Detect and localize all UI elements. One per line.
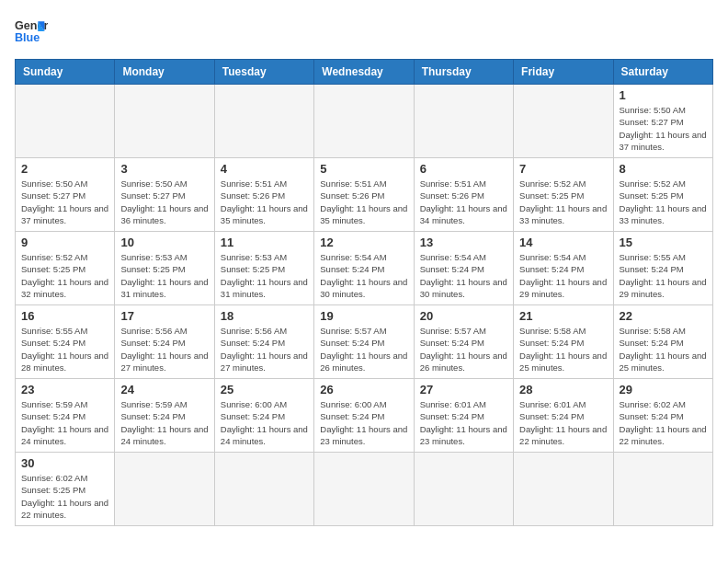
day-info: Sunrise: 5:51 AM Sunset: 5:26 PM Dayligh… (221, 178, 308, 226)
calendar-cell: 29Sunrise: 6:02 AM Sunset: 5:24 PM Dayli… (613, 379, 712, 453)
day-info: Sunrise: 5:56 AM Sunset: 5:24 PM Dayligh… (221, 325, 308, 373)
day-number: 26 (320, 383, 407, 396)
calendar-cell: 11Sunrise: 5:53 AM Sunset: 5:25 PM Dayli… (214, 232, 313, 305)
day-info: Sunrise: 5:57 AM Sunset: 5:24 PM Dayligh… (420, 325, 507, 373)
calendar-week-4: 23Sunrise: 5:59 AM Sunset: 5:24 PM Dayli… (16, 379, 713, 453)
day-info: Sunrise: 5:54 AM Sunset: 5:24 PM Dayligh… (519, 251, 607, 300)
calendar-cell: 9Sunrise: 5:52 AM Sunset: 5:25 PM Daylig… (16, 232, 115, 305)
day-number: 27 (420, 383, 507, 396)
logo-icon: General Blue (15, 15, 48, 48)
calendar-cell (115, 453, 214, 526)
day-number: 28 (519, 383, 607, 396)
day-info: Sunrise: 5:58 AM Sunset: 5:24 PM Dayligh… (519, 325, 607, 373)
day-number: 4 (221, 162, 308, 176)
day-number: 12 (320, 236, 407, 249)
day-number: 2 (21, 162, 108, 176)
calendar-cell: 10Sunrise: 5:53 AM Sunset: 5:25 PM Dayli… (115, 232, 214, 305)
day-info: Sunrise: 5:54 AM Sunset: 5:24 PM Dayligh… (320, 251, 407, 300)
day-number: 29 (620, 383, 707, 396)
day-number: 3 (120, 162, 208, 176)
calendar-cell: 13Sunrise: 5:54 AM Sunset: 5:24 PM Dayli… (414, 232, 513, 305)
day-number: 15 (620, 236, 707, 249)
calendar-cell (214, 85, 313, 158)
calendar-cell (613, 453, 712, 526)
calendar-cell: 4Sunrise: 5:51 AM Sunset: 5:26 PM Daylig… (214, 158, 313, 232)
day-info: Sunrise: 5:53 AM Sunset: 5:25 PM Dayligh… (221, 251, 308, 300)
calendar-cell: 26Sunrise: 6:00 AM Sunset: 5:24 PM Dayli… (314, 379, 414, 453)
day-number: 5 (320, 162, 407, 176)
day-info: Sunrise: 6:00 AM Sunset: 5:24 PM Dayligh… (320, 398, 407, 447)
day-info: Sunrise: 5:53 AM Sunset: 5:25 PM Dayligh… (120, 251, 208, 300)
calendar-cell: 14Sunrise: 5:54 AM Sunset: 5:24 PM Dayli… (514, 232, 613, 305)
day-number: 20 (420, 309, 507, 323)
calendar-cell: 12Sunrise: 5:54 AM Sunset: 5:24 PM Dayli… (314, 232, 414, 305)
calendar-cell: 25Sunrise: 6:00 AM Sunset: 5:24 PM Dayli… (214, 379, 313, 453)
day-info: Sunrise: 5:50 AM Sunset: 5:27 PM Dayligh… (21, 178, 108, 226)
calendar-cell (314, 453, 414, 526)
calendar-cell: 22Sunrise: 5:58 AM Sunset: 5:24 PM Dayli… (613, 305, 712, 379)
day-info: Sunrise: 5:51 AM Sunset: 5:26 PM Dayligh… (320, 178, 407, 226)
calendar-week-1: 2Sunrise: 5:50 AM Sunset: 5:27 PM Daylig… (16, 158, 713, 232)
calendar-cell (115, 85, 214, 158)
day-header-friday: Friday (514, 60, 613, 85)
calendar-cell (16, 85, 115, 158)
day-info: Sunrise: 5:55 AM Sunset: 5:24 PM Dayligh… (21, 325, 108, 373)
day-number: 11 (221, 236, 308, 249)
calendar-cell: 27Sunrise: 6:01 AM Sunset: 5:24 PM Dayli… (414, 379, 513, 453)
calendar-cell: 28Sunrise: 6:01 AM Sunset: 5:24 PM Dayli… (514, 379, 613, 453)
day-info: Sunrise: 5:59 AM Sunset: 5:24 PM Dayligh… (120, 398, 208, 447)
day-info: Sunrise: 5:52 AM Sunset: 5:25 PM Dayligh… (21, 251, 108, 300)
day-number: 21 (519, 309, 607, 323)
day-info: Sunrise: 5:55 AM Sunset: 5:24 PM Dayligh… (620, 251, 707, 300)
calendar-cell: 16Sunrise: 5:55 AM Sunset: 5:24 PM Dayli… (16, 305, 115, 379)
day-info: Sunrise: 6:00 AM Sunset: 5:24 PM Dayligh… (221, 398, 308, 447)
calendar-week-3: 16Sunrise: 5:55 AM Sunset: 5:24 PM Dayli… (16, 305, 713, 379)
header: General Blue (15, 15, 713, 48)
day-number: 30 (21, 456, 108, 470)
day-info: Sunrise: 5:50 AM Sunset: 5:27 PM Dayligh… (120, 178, 208, 226)
calendar-week-0: 1Sunrise: 5:50 AM Sunset: 5:27 PM Daylig… (16, 85, 713, 158)
day-number: 18 (221, 309, 308, 323)
day-number: 8 (620, 162, 707, 176)
day-info: Sunrise: 5:58 AM Sunset: 5:24 PM Dayligh… (620, 325, 707, 373)
day-number: 1 (620, 88, 707, 102)
calendar-cell: 6Sunrise: 5:51 AM Sunset: 5:26 PM Daylig… (414, 158, 513, 232)
day-info: Sunrise: 5:51 AM Sunset: 5:26 PM Dayligh… (420, 178, 507, 226)
day-header-saturday: Saturday (613, 60, 712, 85)
day-info: Sunrise: 5:56 AM Sunset: 5:24 PM Dayligh… (120, 325, 208, 373)
logo: General Blue (15, 15, 48, 48)
calendar-cell: 24Sunrise: 5:59 AM Sunset: 5:24 PM Dayli… (115, 379, 214, 453)
day-info: Sunrise: 5:54 AM Sunset: 5:24 PM Dayligh… (420, 251, 507, 300)
day-number: 14 (519, 236, 607, 249)
day-info: Sunrise: 5:57 AM Sunset: 5:24 PM Dayligh… (320, 325, 407, 373)
calendar-cell: 8Sunrise: 5:52 AM Sunset: 5:25 PM Daylig… (613, 158, 712, 232)
day-header-wednesday: Wednesday (314, 60, 414, 85)
day-number: 23 (21, 383, 108, 396)
calendar-cell: 7Sunrise: 5:52 AM Sunset: 5:25 PM Daylig… (514, 158, 613, 232)
day-number: 17 (120, 309, 208, 323)
calendar-header-row: SundayMondayTuesdayWednesdayThursdayFrid… (16, 60, 713, 85)
calendar-cell: 1Sunrise: 5:50 AM Sunset: 5:27 PM Daylig… (613, 85, 712, 158)
calendar-cell: 3Sunrise: 5:50 AM Sunset: 5:27 PM Daylig… (115, 158, 214, 232)
day-info: Sunrise: 5:50 AM Sunset: 5:27 PM Dayligh… (620, 104, 707, 153)
day-header-monday: Monday (115, 60, 214, 85)
day-info: Sunrise: 5:52 AM Sunset: 5:25 PM Dayligh… (620, 178, 707, 226)
calendar-cell (414, 85, 513, 158)
day-number: 13 (420, 236, 507, 249)
calendar-cell: 17Sunrise: 5:56 AM Sunset: 5:24 PM Dayli… (115, 305, 214, 379)
calendar-cell (514, 85, 613, 158)
svg-text:Blue: Blue (15, 31, 40, 44)
day-info: Sunrise: 5:59 AM Sunset: 5:24 PM Dayligh… (21, 398, 108, 447)
calendar-cell: 15Sunrise: 5:55 AM Sunset: 5:24 PM Dayli… (613, 232, 712, 305)
calendar-week-5: 30Sunrise: 6:02 AM Sunset: 5:25 PM Dayli… (16, 453, 713, 526)
calendar-cell (214, 453, 313, 526)
day-number: 9 (21, 236, 108, 249)
day-number: 16 (21, 309, 108, 323)
day-header-tuesday: Tuesday (214, 60, 313, 85)
calendar-cell (414, 453, 513, 526)
day-number: 7 (519, 162, 607, 176)
calendar-cell: 21Sunrise: 5:58 AM Sunset: 5:24 PM Dayli… (514, 305, 613, 379)
calendar-week-2: 9Sunrise: 5:52 AM Sunset: 5:25 PM Daylig… (16, 232, 713, 305)
day-number: 25 (221, 383, 308, 396)
calendar-cell: 5Sunrise: 5:51 AM Sunset: 5:26 PM Daylig… (314, 158, 414, 232)
